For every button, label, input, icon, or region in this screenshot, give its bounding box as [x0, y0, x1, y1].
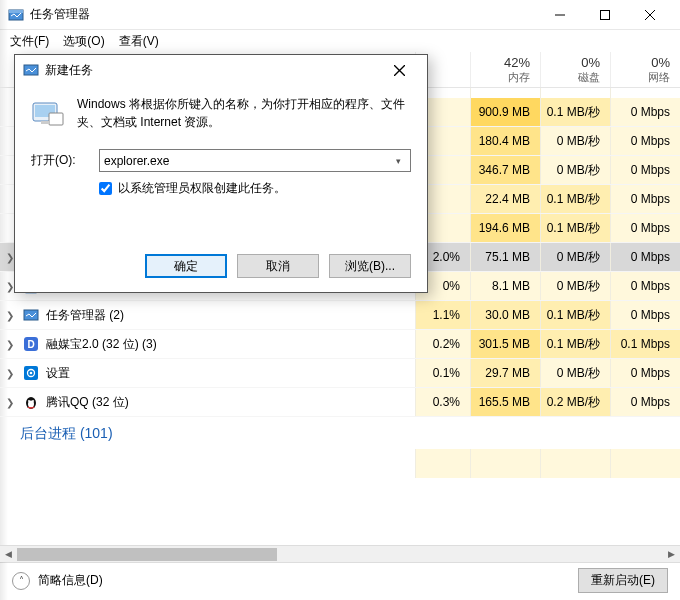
net-cell: 0 Mbps	[610, 243, 680, 271]
admin-checkbox[interactable]	[99, 182, 112, 195]
net-cell: 0 Mbps	[610, 388, 680, 416]
table-row[interactable]: ❯设置0.1%29.7 MB0 MB/秒0 Mbps	[0, 359, 680, 388]
close-button[interactable]	[627, 0, 672, 30]
open-input[interactable]	[104, 154, 390, 168]
browse-button[interactable]: 浏览(B)...	[329, 254, 411, 278]
open-label: 打开(O):	[31, 152, 89, 169]
expand-icon[interactable]: ❯	[0, 339, 20, 350]
net-cell: 0 Mbps	[610, 301, 680, 329]
svg-point-18	[28, 400, 30, 402]
menu-view[interactable]: 查看(V)	[119, 33, 159, 50]
mem-cell: 30.0 MB	[470, 301, 540, 329]
svg-rect-25	[49, 113, 63, 125]
open-combobox[interactable]: ▾	[99, 149, 411, 172]
svg-rect-10	[24, 310, 38, 320]
mem-cell: 29.7 MB	[470, 359, 540, 387]
menu-bar: 文件(F) 选项(O) 查看(V)	[0, 30, 680, 52]
app-icon	[8, 7, 24, 23]
mem-cell: 8.1 MB	[470, 272, 540, 300]
col-network[interactable]: 0% 网络	[610, 52, 680, 87]
svg-rect-1	[9, 10, 23, 13]
expand-icon[interactable]: ❯	[0, 310, 20, 321]
ok-button[interactable]: 确定	[145, 254, 227, 278]
taskmgr-icon	[22, 307, 40, 323]
dialog-icon	[23, 62, 39, 78]
expand-icon[interactable]: ❯	[0, 368, 20, 379]
chevron-up-icon[interactable]: ˄	[12, 572, 30, 590]
cpu-cell: 1.1%	[415, 301, 470, 329]
table-row[interactable]: ❯D融媒宝2.0 (32 位) (3)0.2%301.5 MB0.1 MB/秒0…	[0, 330, 680, 359]
svg-rect-26	[41, 121, 49, 124]
minimize-button[interactable]	[537, 0, 582, 30]
restart-button[interactable]: 重新启动(E)	[578, 568, 668, 593]
process-name: 任务管理器 (2)	[46, 307, 124, 324]
footer-bar: ˄ 简略信息(D) 重新启动(E)	[0, 562, 680, 598]
admin-checkbox-label: 以系统管理员权限创建此任务。	[118, 180, 286, 197]
scroll-left-icon[interactable]: ◀	[0, 546, 17, 563]
process-name: 融媒宝2.0 (32 位) (3)	[46, 336, 157, 353]
disk-cell: 0.1 MB/秒	[540, 330, 610, 358]
disk-cell: 0 MB/秒	[540, 272, 610, 300]
net-cell: 0.1 Mbps	[610, 330, 680, 358]
col-memory[interactable]: 42% 内存	[470, 52, 540, 87]
svg-point-19	[32, 400, 34, 402]
horizontal-scrollbar[interactable]: ◀ ▶	[0, 545, 680, 562]
dialog-description: Windows 将根据你所键入的名称，为你打开相应的程序、文件夹、文档或 Int…	[77, 95, 411, 131]
app-blue-icon: D	[22, 336, 40, 352]
net-cell: 0 Mbps	[610, 272, 680, 300]
table-row[interactable]: ❯腾讯QQ (32 位)0.3%165.5 MB0.2 MB/秒0 Mbps	[0, 388, 680, 417]
run-dialog: 新建任务 Windows 将根据你所键入的名称，为你打开相应的程序、文件夹、文档…	[14, 54, 428, 293]
section-background-processes: 后台进程 (101)	[0, 417, 680, 449]
cpu-cell: 0.1%	[415, 359, 470, 387]
table-row[interactable]: ❯任务管理器 (2)1.1%30.0 MB0.1 MB/秒0 Mbps	[0, 301, 680, 330]
window-title: 任务管理器	[30, 6, 537, 23]
col-disk[interactable]: 0% 磁盘	[540, 52, 610, 87]
qq-icon	[22, 394, 40, 410]
mem-cell: 165.5 MB	[470, 388, 540, 416]
window-titlebar: 任务管理器	[0, 0, 680, 30]
svg-rect-20	[24, 65, 38, 75]
disk-cell: 0.2 MB/秒	[540, 388, 610, 416]
disk-cell: 0.1 MB/秒	[540, 301, 610, 329]
process-name: 腾讯QQ (32 位)	[46, 394, 129, 411]
cpu-cell: 0.3%	[415, 388, 470, 416]
scroll-right-icon[interactable]: ▶	[663, 546, 680, 563]
gear-icon	[22, 365, 40, 381]
dialog-close-button[interactable]	[379, 56, 419, 84]
cancel-button[interactable]: 取消	[237, 254, 319, 278]
menu-options[interactable]: 选项(O)	[63, 33, 104, 50]
svg-text:D: D	[27, 339, 34, 350]
fewer-details-link[interactable]: 简略信息(D)	[38, 572, 103, 589]
net-cell: 0 Mbps	[610, 359, 680, 387]
svg-rect-3	[600, 10, 609, 19]
cpu-cell: 0.2%	[415, 330, 470, 358]
disk-cell: 0 MB/秒	[540, 243, 610, 271]
expand-icon[interactable]: ❯	[0, 397, 20, 408]
svg-point-15	[30, 372, 33, 375]
process-name: 设置	[46, 365, 70, 382]
disk-cell: 0 MB/秒	[540, 359, 610, 387]
run-icon	[31, 95, 65, 129]
mem-cell: 301.5 MB	[470, 330, 540, 358]
chevron-down-icon[interactable]: ▾	[390, 156, 406, 166]
mem-cell: 75.1 MB	[470, 243, 540, 271]
maximize-button[interactable]	[582, 0, 627, 30]
dialog-title: 新建任务	[45, 62, 379, 79]
scroll-thumb[interactable]	[17, 548, 277, 561]
menu-file[interactable]: 文件(F)	[10, 33, 49, 50]
